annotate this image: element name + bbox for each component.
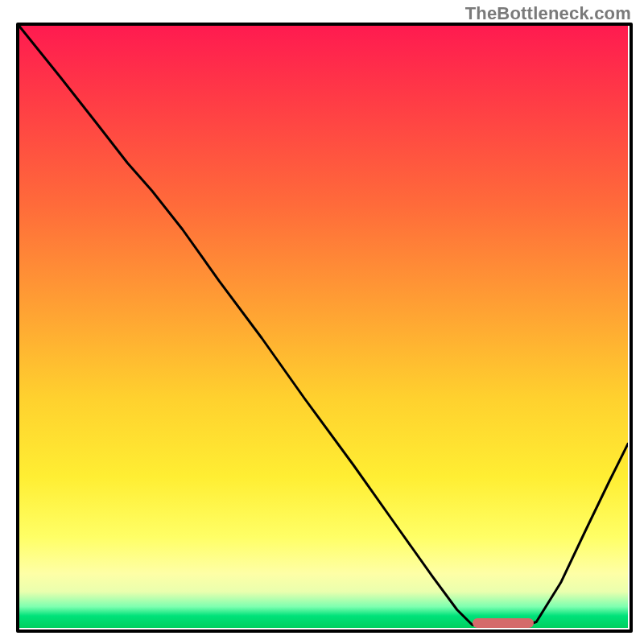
optimal-marker xyxy=(473,618,534,628)
chart-plot-area xyxy=(18,24,628,628)
chart-background-gradient xyxy=(18,24,628,628)
watermark-text: TheBottleneck.com xyxy=(465,3,631,24)
